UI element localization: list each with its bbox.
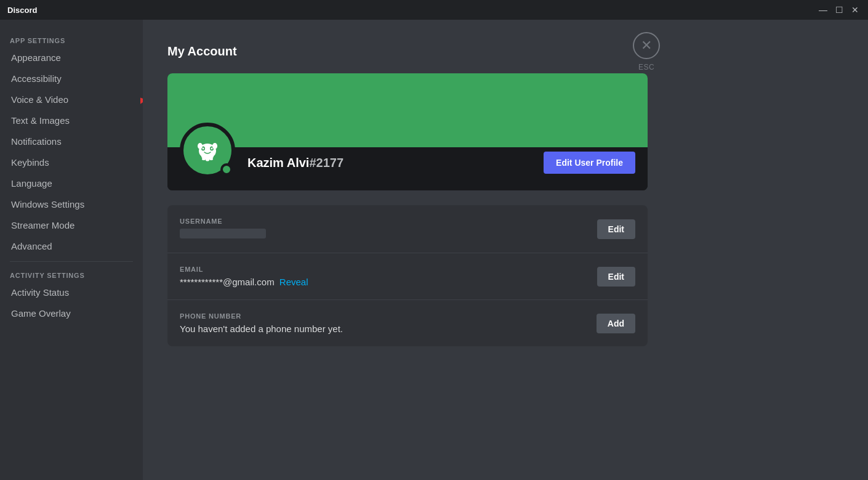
sidebar-item-notifications[interactable]: Notifications	[5, 131, 138, 152]
sidebar-item-streamer-mode[interactable]: Streamer Mode	[5, 215, 138, 235]
email-field-label: EMAIL	[180, 266, 308, 273]
sidebar-item-voice-video[interactable]: Voice & Video	[5, 89, 138, 110]
phone-field: PHONE NUMBER You haven't added a phone n…	[167, 300, 648, 346]
content-area: ✕ ESC My Account	[143, 20, 672, 371]
sidebar-item-label: Appearance	[11, 52, 61, 63]
username-field: USERNAME Edit	[167, 205, 648, 253]
email-reveal-link[interactable]: Reveal	[279, 277, 308, 287]
username-display: Kazim Alvi#2177	[247, 156, 531, 170]
username-field-value	[180, 229, 266, 240]
sidebar-item-label: Text & Images	[11, 115, 70, 126]
svg-point-8	[212, 143, 217, 149]
email-masked-text: ************@gmail.com	[180, 277, 275, 287]
maximize-button[interactable]: ☐	[834, 4, 845, 15]
username-field-label: USERNAME	[180, 218, 266, 225]
online-status-indicator	[220, 163, 233, 176]
app-title: Discord	[7, 6, 37, 15]
titlebar: Discord — ☐ ✕	[0, 0, 868, 20]
app-settings-label: APP SETTINGS	[5, 32, 138, 47]
sidebar-item-label: Windows Settings	[11, 199, 84, 209]
phone-field-label: PHONE NUMBER	[180, 312, 343, 320]
username-field-left: USERNAME	[180, 218, 266, 240]
sidebar-item-activity-status[interactable]: Activity Status	[5, 282, 138, 303]
edit-profile-button[interactable]: Edit User Profile	[544, 152, 635, 174]
close-button-area: ✕ ESC	[633, 32, 660, 71]
sidebar-item-label: Game Overlay	[11, 308, 71, 319]
email-field: EMAIL ************@gmail.com Reveal Edit	[167, 253, 648, 300]
profile-card: Kazim Alvi#2177 Edit User Profile	[167, 73, 648, 190]
sidebar-item-accessibility[interactable]: Accessibility	[5, 68, 138, 89]
sidebar-item-keybinds[interactable]: Keybinds	[5, 152, 138, 173]
sidebar-item-label: Advanced	[11, 241, 52, 251]
account-details: USERNAME Edit EMAIL ************@gmail.c…	[167, 205, 648, 346]
page-title: My Account	[167, 44, 648, 59]
username-masked	[180, 229, 266, 238]
svg-point-5	[203, 148, 204, 150]
sidebar-item-label: Accessibility	[11, 73, 62, 84]
sidebar-item-label: Voice & Video	[11, 94, 68, 105]
email-edit-button[interactable]: Edit	[597, 267, 635, 287]
username-edit-button[interactable]: Edit	[597, 219, 635, 239]
window-close-button[interactable]: ✕	[850, 4, 861, 15]
svg-point-10	[206, 159, 209, 161]
avatar-wrapper	[180, 123, 235, 178]
username-text: Kazim Alvi	[247, 156, 309, 169]
window-controls: — ☐ ✕	[818, 4, 861, 15]
phone-field-left: PHONE NUMBER You haven't added a phone n…	[180, 312, 343, 334]
sidebar-item-text-images[interactable]: Text & Images	[5, 110, 138, 131]
profile-banner	[167, 73, 648, 147]
email-field-left: EMAIL ************@gmail.com Reveal	[180, 266, 308, 287]
svg-point-9	[202, 158, 206, 160]
sidebar-item-appearance[interactable]: Appearance	[5, 47, 138, 68]
sidebar-item-label: Streamer Mode	[11, 220, 74, 230]
phone-add-button[interactable]: Add	[597, 314, 635, 333]
sidebar: APP SETTINGS Appearance Accessibility Vo…	[0, 20, 143, 480]
sidebar-item-language[interactable]: Language	[5, 173, 138, 193]
svg-point-7	[198, 143, 203, 149]
minimize-button[interactable]: —	[818, 4, 829, 15]
svg-point-11	[209, 158, 213, 160]
sidebar-item-label: Activity Status	[11, 287, 69, 298]
email-field-value: ************@gmail.com Reveal	[180, 277, 308, 287]
sidebar-item-advanced[interactable]: Advanced	[5, 236, 138, 256]
profile-info-row: Kazim Alvi#2177 Edit User Profile	[167, 147, 648, 190]
sidebar-item-label: Notifications	[11, 136, 62, 147]
esc-label: ESC	[638, 63, 654, 71]
sidebar-divider	[10, 261, 133, 262]
discriminator-text: #2177	[309, 156, 344, 169]
sidebar-item-windows-settings[interactable]: Windows Settings	[5, 194, 138, 214]
close-button[interactable]: ✕	[633, 32, 660, 59]
sidebar-item-game-overlay[interactable]: Game Overlay	[5, 303, 138, 323]
main-content: ✕ ESC My Account	[143, 20, 868, 480]
sidebar-item-label: Language	[11, 178, 52, 189]
sidebar-item-label: Keybinds	[11, 157, 49, 168]
svg-point-6	[211, 148, 213, 150]
phone-field-value: You haven't added a phone number yet.	[180, 323, 343, 334]
app-body: APP SETTINGS Appearance Accessibility Vo…	[0, 20, 868, 480]
activity-settings-label: ACTIVITY SETTINGS	[5, 267, 138, 282]
